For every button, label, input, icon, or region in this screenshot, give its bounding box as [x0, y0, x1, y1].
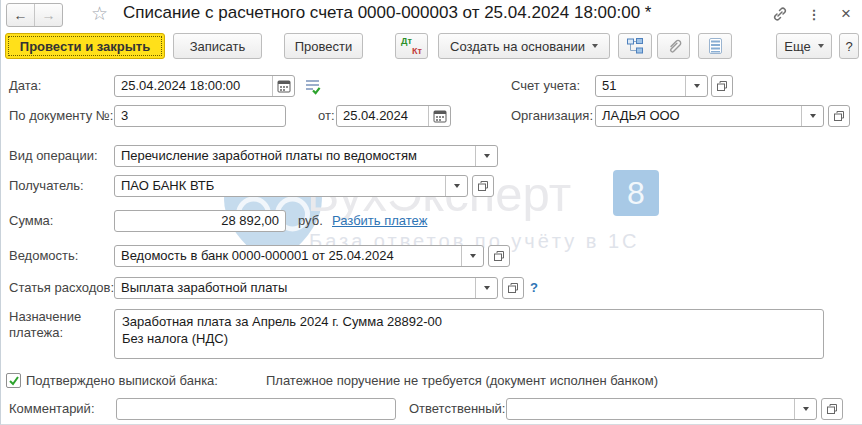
open-icon: [826, 403, 838, 415]
dropdown-icon[interactable]: [794, 399, 816, 419]
comment-value[interactable]: [117, 399, 395, 419]
favorite-star-icon[interactable]: ☆: [91, 2, 108, 25]
doc-date-input[interactable]: 25.04.2024: [336, 105, 451, 127]
open-icon: [833, 110, 845, 122]
create-based-on-button[interactable]: Создать на основании: [438, 33, 610, 59]
payment-purpose-line2: Без налога (НДС): [122, 330, 816, 347]
expense-item-label: Статья расходов:: [9, 277, 114, 299]
amount-value[interactable]: 28 892,00: [115, 211, 285, 231]
dropdown-icon[interactable]: [475, 278, 497, 298]
dropdown-icon[interactable]: [475, 146, 497, 166]
reports-list-button[interactable]: [698, 33, 732, 59]
currency-label: руб.: [298, 210, 323, 232]
expense-item-input[interactable]: Выплата заработной платы: [114, 277, 498, 299]
dropdown-icon[interactable]: [685, 76, 707, 96]
operation-type-input[interactable]: Перечисление заработной платы по ведомос…: [114, 145, 498, 167]
write-button[interactable]: Записать: [173, 33, 262, 59]
date-input[interactable]: 25.04.2024 18:00:00: [114, 75, 295, 97]
dt-kt-postings-button[interactable]: Дт Кт: [395, 33, 428, 59]
dropdown-icon[interactable]: [801, 106, 823, 126]
payment-purpose-line1: Заработная плата за Апрель 2024 г. Сумма…: [122, 313, 816, 330]
structure-subordination-button[interactable]: [618, 33, 652, 59]
organization-input[interactable]: ЛАДЬЯ ООО: [595, 105, 824, 127]
checkmark-icon: [8, 375, 20, 387]
responsible-input[interactable]: [506, 398, 817, 420]
organization-open-button[interactable]: [828, 105, 850, 127]
get-link-icon[interactable]: [769, 4, 791, 24]
open-icon: [477, 180, 489, 192]
amount-label: Сумма:: [9, 210, 53, 232]
expense-item-hint-icon[interactable]: ?: [530, 277, 538, 299]
bank-confirmed-note: Платежное поручение не требуется (докуме…: [266, 370, 658, 392]
more-actions-button[interactable]: Еще: [776, 33, 832, 59]
calendar-icon[interactable]: [272, 76, 294, 96]
post-and-close-button[interactable]: Провести и закрыть: [5, 33, 165, 59]
account-input[interactable]: 51: [595, 75, 708, 97]
help-button[interactable]: ?: [839, 33, 859, 59]
chevron-down-icon: [592, 44, 598, 48]
toolbar: Провести и закрыть Записать Провести Дт …: [1, 32, 862, 62]
doc-number-label: По документу №:: [9, 105, 113, 127]
window-header: ← → ☆ Списание с расчетного счета 0000-0…: [1, 0, 862, 28]
comment-input[interactable]: [116, 398, 396, 420]
open-icon: [493, 250, 505, 262]
split-payment-link[interactable]: Разбить платеж: [332, 210, 427, 232]
payment-purpose-label: Назначение платежа:: [9, 309, 105, 341]
more-menu-icon[interactable]: ⋮: [803, 4, 825, 24]
chevron-down-icon: [818, 44, 824, 48]
recipient-value[interactable]: ПАО БАНК ВТБ: [115, 176, 445, 196]
account-value[interactable]: 51: [596, 76, 685, 96]
document-form: БухЭксперт 8 База ответов по учёту в 1С …: [1, 62, 862, 424]
payment-purpose-textarea[interactable]: Заработная плата за Апрель 2024 г. Сумма…: [114, 309, 824, 359]
account-open-button[interactable]: [711, 75, 733, 97]
bank-confirmed-label[interactable]: Подтверждено выпиской банка:: [26, 370, 218, 392]
doc-date-label: от:: [318, 105, 335, 127]
hierarchy-icon: [626, 37, 644, 55]
responsible-open-button[interactable]: [821, 398, 843, 420]
statement-open-button[interactable]: [488, 245, 510, 267]
document-posted-icon: [304, 78, 321, 99]
back-icon[interactable]: ←: [7, 4, 34, 26]
comment-label: Комментарий:: [9, 398, 95, 420]
page-title: Списание с расчетного счета 0000-000003 …: [123, 3, 652, 23]
operation-type-label: Вид операции:: [9, 145, 98, 167]
date-value[interactable]: 25.04.2024 18:00:00: [115, 76, 272, 96]
nav-history-group: ← →: [6, 3, 63, 27]
responsible-label: Ответственный:: [409, 398, 505, 420]
open-icon: [716, 80, 728, 92]
forward-icon[interactable]: →: [34, 4, 62, 26]
attachments-button[interactable]: [657, 33, 690, 59]
date-label: Дата:: [9, 75, 41, 97]
expense-item-open-button[interactable]: [502, 277, 524, 299]
recipient-input[interactable]: ПАО БАНК ВТБ: [114, 175, 468, 197]
calendar-icon[interactable]: [428, 106, 450, 126]
organization-label: Организация:: [511, 105, 593, 127]
amount-input[interactable]: 28 892,00: [114, 210, 286, 232]
bank-confirmed-checkbox[interactable]: [6, 373, 21, 388]
more-actions-label: Еще: [784, 39, 810, 54]
dropdown-icon[interactable]: [461, 246, 483, 266]
expense-item-value[interactable]: Выплата заработной платы: [115, 278, 475, 298]
doc-number-input[interactable]: 3: [114, 105, 286, 127]
close-icon[interactable]: ×: [835, 4, 857, 24]
paperclip-icon: [666, 38, 682, 54]
recipient-open-button[interactable]: [472, 175, 494, 197]
account-label: Счет учета:: [511, 75, 580, 97]
dt-kt-icon: Дт Кт: [396, 34, 427, 58]
post-button[interactable]: Провести: [284, 33, 363, 59]
watermark-badge: 8: [613, 170, 659, 216]
statement-input[interactable]: Ведомость в банк 0000-000001 от 25.04.20…: [114, 245, 484, 267]
responsible-value[interactable]: [507, 399, 794, 419]
statement-label: Ведомость:: [9, 245, 78, 267]
operation-type-value[interactable]: Перечисление заработной платы по ведомос…: [115, 146, 475, 166]
doc-number-value[interactable]: 3: [115, 106, 285, 126]
create-based-on-label: Создать на основании: [450, 39, 585, 54]
recipient-label: Получатель:: [9, 175, 84, 197]
document-window: ← → ☆ Списание с расчетного счета 0000-0…: [0, 0, 862, 425]
dropdown-icon[interactable]: [445, 176, 467, 196]
list-icon: [709, 38, 722, 54]
open-icon: [507, 282, 519, 294]
organization-value[interactable]: ЛАДЬЯ ООО: [596, 106, 801, 126]
statement-value[interactable]: Ведомость в банк 0000-000001 от 25.04.20…: [115, 246, 461, 266]
doc-date-value[interactable]: 25.04.2024: [337, 106, 428, 126]
